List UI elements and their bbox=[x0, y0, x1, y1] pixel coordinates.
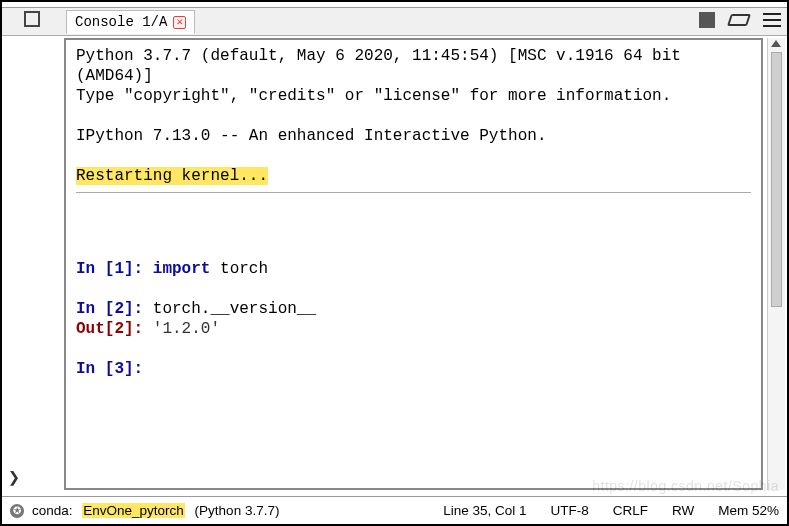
in-prompt-3: In [3]: bbox=[76, 360, 143, 378]
tab-console-1a[interactable]: Console 1/A ✕ bbox=[66, 10, 195, 34]
out-prompt-2: Out[2]: bbox=[76, 320, 153, 338]
ipython-banner: IPython 7.13.0 -- An enhanced Interactiv… bbox=[76, 126, 751, 146]
restart-kernel-line: Restarting kernel... bbox=[76, 166, 751, 186]
status-bar: ✪ conda: EnvOne_pytorch (Python 3.7.7) L… bbox=[2, 496, 787, 524]
tab-close-icon[interactable]: ✕ bbox=[173, 16, 186, 29]
clear-icon[interactable] bbox=[727, 14, 751, 26]
tab-bar: Console 1/A ✕ bbox=[2, 8, 787, 36]
in-2-code: torch.__version__ bbox=[153, 300, 316, 318]
file-mode[interactable]: RW bbox=[672, 503, 694, 518]
scroll-thumb[interactable] bbox=[771, 52, 782, 307]
in-3[interactable]: In [3]: bbox=[76, 359, 751, 379]
memory-usage[interactable]: Mem 52% bbox=[718, 503, 779, 518]
console-output[interactable]: Python 3.7.7 (default, May 6 2020, 11:45… bbox=[64, 38, 763, 490]
out-2: Out[2]: '1.2.0' bbox=[76, 319, 751, 339]
out-2-value: '1.2.0' bbox=[153, 320, 220, 338]
expand-button[interactable]: ❯ bbox=[8, 465, 20, 490]
kw-import: import bbox=[153, 260, 211, 278]
eol[interactable]: CRLF bbox=[613, 503, 648, 518]
restart-kernel-highlight: Restarting kernel... bbox=[76, 167, 268, 185]
console-wrap: Python 3.7.7 (default, May 6 2020, 11:45… bbox=[2, 36, 787, 492]
conda-icon: ✪ bbox=[10, 504, 24, 518]
panel-toggle-button[interactable] bbox=[6, 11, 58, 27]
tab-label: Console 1/A bbox=[75, 14, 167, 30]
scroll-up-icon[interactable] bbox=[771, 40, 781, 47]
banner-line-2: Type "copyright", "credits" or "license"… bbox=[76, 86, 751, 106]
in-1-code: torch bbox=[210, 260, 268, 278]
conda-env[interactable]: EnvOne_pytorch bbox=[82, 503, 185, 518]
panel-icon bbox=[24, 11, 40, 27]
tab-bar-actions bbox=[699, 12, 781, 28]
in-prompt-2: In [2]: bbox=[76, 300, 153, 318]
banner-line-1: Python 3.7.7 (default, May 6 2020, 11:45… bbox=[76, 46, 751, 86]
menu-icon[interactable] bbox=[763, 13, 781, 27]
stop-icon[interactable] bbox=[699, 12, 715, 28]
conda-label: conda: bbox=[32, 503, 76, 518]
separator bbox=[76, 192, 751, 193]
in-prompt-1: In [1]: bbox=[76, 260, 153, 278]
in-1: In [1]: import torch bbox=[76, 259, 751, 279]
in-2: In [2]: torch.__version__ bbox=[76, 299, 751, 319]
scrollbar[interactable] bbox=[767, 38, 785, 490]
encoding[interactable]: UTF-8 bbox=[550, 503, 588, 518]
python-version: (Python 3.7.7) bbox=[191, 503, 280, 518]
cursor-position[interactable]: Line 35, Col 1 bbox=[443, 503, 526, 518]
